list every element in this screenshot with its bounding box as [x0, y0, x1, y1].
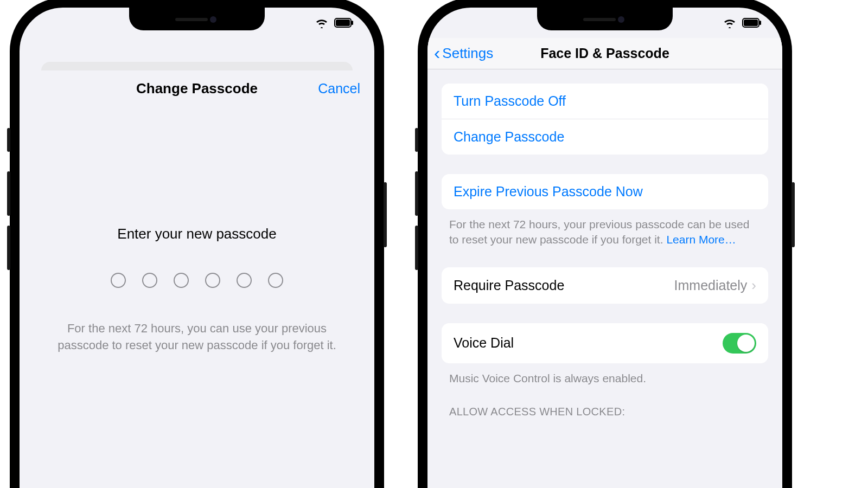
row-label: Expire Previous Passcode Now [454, 184, 643, 200]
battery-icon [742, 18, 762, 28]
silence-switch [7, 128, 10, 152]
svg-rect-5 [760, 21, 761, 25]
voice-dial-toggle[interactable] [723, 333, 756, 354]
back-button[interactable]: ‹ Settings [427, 45, 493, 62]
svg-rect-2 [352, 21, 353, 25]
device-notch [129, 8, 265, 30]
expire-passcode-group: Expire Previous Passcode Now [442, 174, 768, 209]
change-passcode-row[interactable]: Change Passcode [442, 119, 768, 155]
expire-footer-text: For the next 72 hours, your previous pas… [449, 217, 761, 248]
cancel-button[interactable]: Cancel [318, 70, 360, 106]
phone-mockup-left: Change Passcode Cancel Enter your new pa… [10, 0, 384, 488]
row-value: Immediately › [674, 277, 756, 294]
learn-more-link[interactable]: Learn More… [666, 233, 736, 246]
phone-mockup-right: ‹ Settings Face ID & Passcode Turn Passc… [418, 0, 792, 488]
status-bar [277, 8, 374, 38]
chevron-right-icon: › [751, 277, 756, 294]
volume-down-button [415, 226, 418, 270]
wifi-icon [315, 17, 329, 28]
status-bar [685, 8, 782, 38]
expire-previous-passcode-row[interactable]: Expire Previous Passcode Now [442, 174, 768, 209]
change-passcode-sheet: Change Passcode Cancel Enter your new pa… [20, 70, 374, 488]
voice-dial-row: Voice Dial [442, 323, 768, 363]
passcode-input-dots[interactable] [20, 273, 374, 288]
sheet-title: Change Passcode [136, 80, 258, 97]
power-button [384, 182, 387, 247]
passcode-actions-group: Turn Passcode Off Change Passcode [442, 84, 768, 155]
wifi-icon [723, 17, 737, 28]
sheet-header: Change Passcode Cancel [20, 70, 374, 106]
require-passcode-row[interactable]: Require Passcode Immediately › [442, 267, 768, 304]
passcode-hint: For the next 72 hours, you can use your … [20, 320, 374, 354]
passcode-dot [111, 273, 126, 288]
passcode-dot [174, 273, 189, 288]
row-label: Change Passcode [454, 129, 564, 145]
voice-dial-group: Voice Dial [442, 323, 768, 363]
volume-down-button [7, 226, 10, 270]
passcode-dot [205, 273, 220, 288]
passcode-dot [142, 273, 157, 288]
allow-access-header: ALLOW ACCESS WHEN LOCKED: [449, 406, 761, 418]
chevron-left-icon: ‹ [434, 43, 440, 62]
power-button [792, 182, 795, 247]
row-label: Voice Dial [454, 335, 514, 351]
passcode-dot [237, 273, 252, 288]
row-label: Require Passcode [454, 278, 564, 293]
battery-icon [334, 18, 354, 28]
settings-body[interactable]: Turn Passcode Off Change Passcode Expire… [427, 69, 782, 488]
row-label: Turn Passcode Off [454, 93, 566, 109]
require-passcode-group: Require Passcode Immediately › [442, 267, 768, 304]
volume-up-button [7, 171, 10, 216]
voice-dial-footer: Music Voice Control is always enabled. [449, 371, 761, 386]
passcode-prompt: Enter your new passcode [20, 226, 374, 242]
svg-rect-4 [744, 20, 758, 26]
svg-rect-1 [336, 20, 350, 26]
back-label: Settings [442, 45, 493, 62]
passcode-dot [268, 273, 283, 288]
device-notch [537, 8, 673, 30]
turn-passcode-off-row[interactable]: Turn Passcode Off [442, 84, 768, 119]
silence-switch [415, 128, 418, 152]
volume-up-button [415, 171, 418, 216]
nav-bar: ‹ Settings Face ID & Passcode [427, 38, 782, 69]
